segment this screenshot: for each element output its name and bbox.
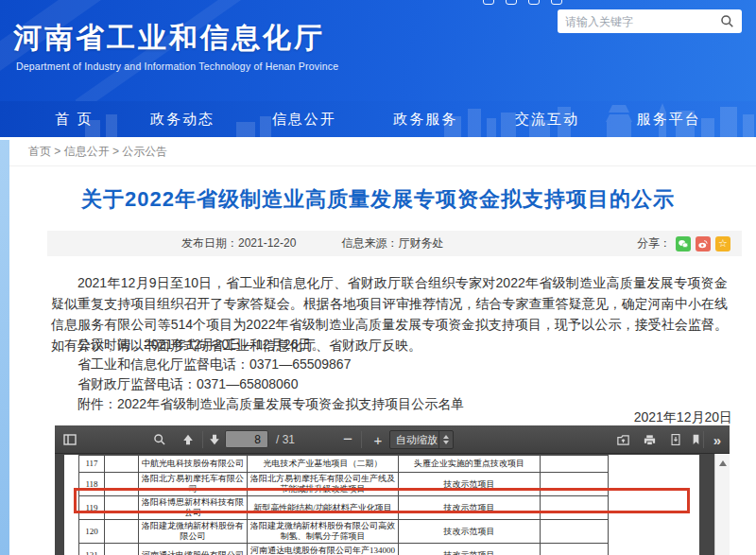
nav-item-interaction[interactable]: 交流互动 [515,111,579,129]
main-nav: 首 页 政务动态 信息公开 政务服务 交流互动 服务平台 [0,101,756,137]
site-header: 河南省工业和信息化厅 Department of Industry and In… [0,0,756,101]
table-row: 117 中航光电科技股份有限公司 光电技术产业基地项目（二期） 头雁企业实施的重… [79,456,609,473]
cell-blank [105,473,139,496]
site-search [558,9,742,33]
cell-project: 河南通达电缆股份有限公司年产134000公里轨道交通直流和特种电缆项目 [248,544,399,555]
next-page-icon[interactable] [208,425,221,454]
page-count: / 31 [276,425,295,454]
share-favorite-icon[interactable]: ☆ [715,236,730,251]
pdf-page: 117 中航光电科技股份有限公司 光电技术产业基地项目（二期） 头雁企业实施的重… [64,455,699,555]
nav-item-services[interactable]: 政务服务 [393,111,457,129]
pdf-table-body: 117 中航光电科技股份有限公司 光电技术产业基地项目（二期） 头雁企业实施的重… [79,456,609,555]
site-title: 河南省工业和信息化厅 [13,19,325,58]
cell-row-number: 119 [79,496,105,520]
download-icon[interactable] [669,425,682,454]
more-tools-icon[interactable]: » [709,425,726,454]
cell-tail [541,456,609,473]
pdf-scrollbar[interactable] [714,454,730,555]
left-accent-strip [0,140,9,555]
toolbar-divider [703,431,704,448]
quick-icon[interactable] [551,0,562,5]
nav-item-info-disclosure[interactable]: 信息公开 [272,111,336,129]
article-lines: 公示时间：2021年12月20日—12月26日。 省工业和信息化厅监督电话：03… [51,335,728,414]
page: 河南省工业和信息化厅 Department of Industry and In… [0,0,756,555]
cell-blank [105,520,139,544]
zoom-in-icon[interactable]: + [369,425,387,454]
nav-item-news[interactable]: 政务动态 [150,111,215,129]
cell-tail [541,544,609,555]
select-arrows-icon [438,431,453,448]
breadcrumb[interactable]: 首页 > 信息公开 > 公示公告 [28,137,167,166]
share-group: 分享： ☆ [637,235,730,251]
share-weibo-icon[interactable] [696,236,711,251]
quick-icon[interactable] [528,0,540,5]
cell-category: 技改示范项目 [399,496,541,520]
previous-page-icon[interactable] [181,425,195,454]
cell-category: 技改示范项目 [399,544,541,555]
cell-row-number: 121 [79,544,105,555]
cell-row-number: 118 [79,473,105,496]
cell-project: 新型高性能结构/功能材料产业化项目 [248,496,399,520]
cell-company: 洛阳建龙微纳新材料股份有限公司 [139,520,248,544]
search-icon[interactable] [720,14,734,28]
breadcrumb-bar: 首页 > 信息公开 > 公示公告 [0,137,756,166]
cell-tail [541,473,609,496]
table-row: 118 洛阳北方易初摩托车有限公司 洛阳北方易初摩托车有限公司生产线及节能减排升… [79,473,609,496]
pdf-body: 117 中航光电科技股份有限公司 光电技术产业基地项目（二期） 头雁企业实施的重… [55,454,730,555]
info-source-value: 厅财务处 [398,236,443,250]
pdf-toolbar: / 31 − + 自动缩放 » [55,425,730,454]
info-source: 信息来源：厅财务处 [341,235,443,251]
toolbar-divider [202,431,203,448]
share-wechat-icon[interactable] [676,236,691,251]
cell-tail [541,496,609,520]
publicity-period-line: 公示时间：2021年12月20日—12月26日。 [51,335,728,355]
cell-blank [105,496,139,520]
cell-category: 技改示范项目 [399,473,541,496]
cell-company: 洛阳科博思新材料科技有限公司 [139,496,248,520]
open-file-icon[interactable] [616,425,630,454]
cell-project: 洛阳建龙微纳新材料股份有限公司高效制氢、制氧分子筛项目 [248,520,399,544]
scroll-up-icon[interactable] [719,460,727,466]
info-source-label: 信息来源： [341,236,398,250]
nav-items: 首 页 政务动态 信息公开 政务服务 交流互动 服务平台 [0,101,756,137]
zoom-mode-label: 自动缩放 [396,433,438,447]
supervision-phone-line-2: 省财政厅监督电话：0371—65808060 [51,374,728,394]
cell-project: 光电技术产业基地项目（二期） [248,456,399,473]
nav-item-service-platform[interactable]: 服务平台 [637,111,701,129]
print-icon[interactable] [643,425,657,454]
publish-date-label: 发布日期： [181,236,238,250]
cell-blank [105,456,139,473]
search-input[interactable] [565,15,720,28]
cell-company: 中航光电科技股份有限公司 [139,456,248,473]
pdf-viewer: / 31 − + 自动缩放 » [55,425,730,555]
cell-company: 河南通达电缆股份有限公司 [139,544,248,555]
share-label: 分享： [637,235,671,251]
cell-tail [541,520,609,544]
page-title: 关于2022年省级制造业高质量发展专项资金拟支持项目的公示 [9,185,747,214]
supervision-phone-line-1: 省工业和信息化厅监督电话：0371—65509867 [51,355,728,374]
zoom-out-icon[interactable]: − [338,425,357,454]
cell-project: 洛阳北方易初摩托车有限公司生产线及节能减排升级改造项目 [248,473,399,496]
bookmark-icon[interactable] [690,425,702,454]
publish-date-value: 2021-12-20 [238,236,296,250]
table-row: 120 洛阳建龙微纳新材料股份有限公司 洛阳建龙微纳新材料股份有限公司高效制氢、… [79,520,609,544]
site-subtitle: Department of Industry and Information T… [16,61,338,72]
attachment-line: 附件：2022年省级制造业高质量发展专项资金拟支持项目公示名单 [51,394,728,414]
pdf-search-icon[interactable] [153,425,166,454]
cell-category: 头雁企业实施的重点技改项目 [399,456,541,473]
sidebar-toggle-icon[interactable] [62,425,77,454]
cell-row-number: 117 [79,456,105,473]
table-row: 119 洛阳科博思新材料科技有限公司 新型高性能结构/功能材料产业化项目 技改示… [79,496,609,520]
article-meta-bar: 发布日期：2021-12-20 信息来源：厅财务处 分享： ☆ [47,231,742,256]
publish-date: 发布日期：2021-12-20 [181,235,296,251]
header-quick-icons[interactable] [483,0,562,5]
quick-icon[interactable] [483,0,494,5]
table-row: 121 河南通达电缆股份有限公司 河南通达电缆股份有限公司年产134000公里轨… [79,544,609,555]
nav-item-home[interactable]: 首 页 [55,111,93,129]
quick-icon[interactable] [506,0,517,5]
cell-blank [105,544,139,555]
page-number-input[interactable] [225,430,268,448]
zoom-mode-select[interactable]: 自动缩放 [389,430,454,449]
cell-row-number: 120 [79,520,105,544]
cell-category: 技改示范项目 [399,520,541,544]
